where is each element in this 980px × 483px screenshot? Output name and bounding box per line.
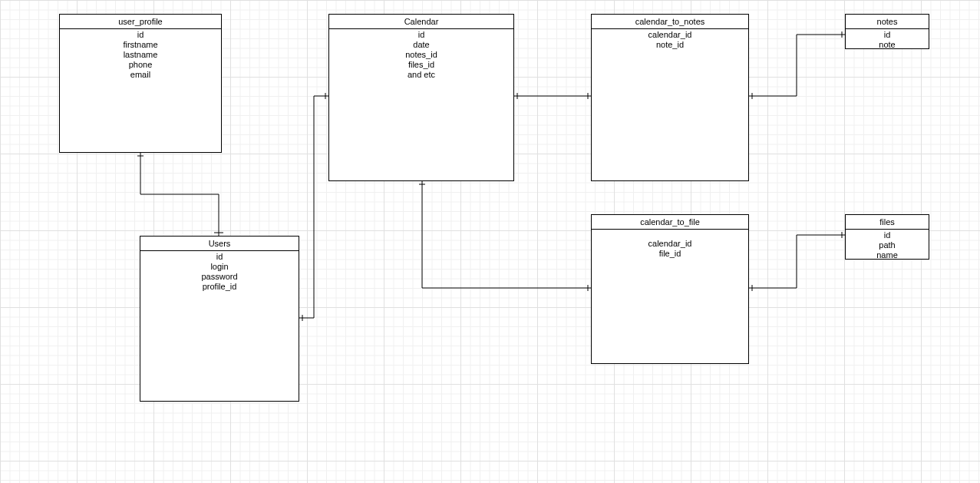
entity-body: calendar_id file_id <box>592 230 748 260</box>
field: calendar_id <box>595 30 745 40</box>
entity-header: files <box>846 215 929 230</box>
field: id <box>332 30 510 40</box>
entity-body: id path name <box>846 230 929 261</box>
field: files_id <box>332 60 510 70</box>
field: file_id <box>595 249 745 259</box>
entity-header: calendar_to_notes <box>592 15 748 29</box>
field: notes_id <box>332 50 510 60</box>
entity-header: notes <box>846 15 929 29</box>
field: date <box>332 40 510 50</box>
field: password <box>144 272 295 282</box>
entity-calendar[interactable]: Calendar id date notes_id files_id and e… <box>328 14 514 181</box>
field: email <box>63 70 218 80</box>
entity-body: id note <box>846 29 929 51</box>
field: id <box>63 30 218 40</box>
entity-body: id date notes_id files_id and etc <box>329 29 513 81</box>
entity-files[interactable]: files id path name <box>845 214 929 260</box>
field: note_id <box>595 40 745 50</box>
field: profile_id <box>144 282 295 292</box>
field: name <box>849 250 926 260</box>
entity-header: user_profile <box>60 15 221 29</box>
field: calendar_id <box>595 239 745 249</box>
field: id <box>849 230 926 240</box>
entity-body: calendar_id note_id <box>592 29 748 51</box>
field: login <box>144 262 295 272</box>
field: note <box>849 40 926 50</box>
entity-user-profile[interactable]: user_profile id firstname lastname phone… <box>59 14 222 153</box>
entity-header: Calendar <box>329 15 513 29</box>
entity-header: calendar_to_file <box>592 215 748 230</box>
field: and etc <box>332 70 510 80</box>
field: firstname <box>63 40 218 50</box>
field: lastname <box>63 50 218 60</box>
entity-calendar-to-notes[interactable]: calendar_to_notes calendar_id note_id <box>591 14 749 181</box>
entity-header: Users <box>140 237 299 251</box>
entity-body: id login password profile_id <box>140 251 299 293</box>
field: path <box>849 240 926 250</box>
entity-notes[interactable]: notes id note <box>845 14 929 49</box>
entity-body: id firstname lastname phone email <box>60 29 221 81</box>
entity-calendar-to-file[interactable]: calendar_to_file calendar_id file_id <box>591 214 749 364</box>
field: id <box>144 252 295 262</box>
field: phone <box>63 60 218 70</box>
field: id <box>849 30 926 40</box>
entity-users[interactable]: Users id login password profile_id <box>140 236 299 402</box>
